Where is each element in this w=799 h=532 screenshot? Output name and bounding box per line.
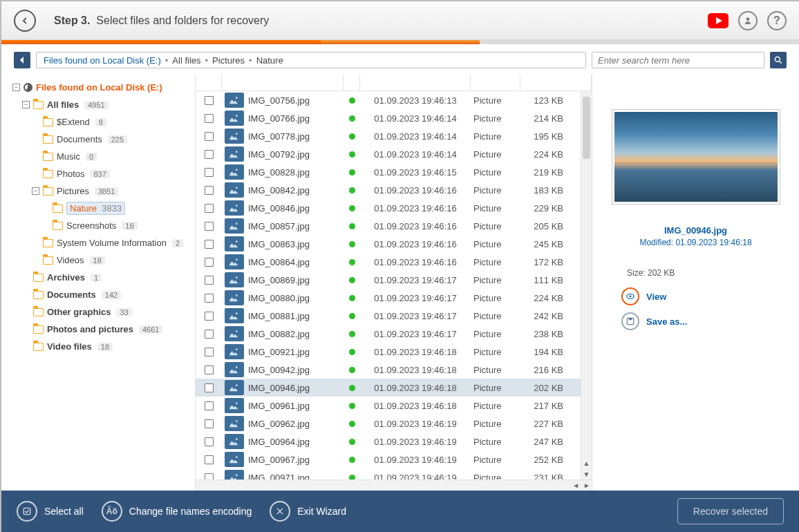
row-checkbox[interactable]	[205, 401, 214, 410]
tree-item[interactable]: Videos18	[32, 251, 191, 269]
row-checkbox[interactable]	[205, 365, 214, 374]
row-checkbox[interactable]	[205, 437, 214, 446]
file-row[interactable]: IMG_00881.jpg01.09.2023 19:46:17Picture2…	[196, 307, 592, 325]
status-dot-icon	[349, 331, 355, 337]
scroll-up-icon[interactable]: ▲	[581, 457, 592, 468]
horizontal-scrollbar[interactable]: ◄►	[196, 479, 592, 491]
row-checkbox[interactable]	[205, 240, 214, 249]
crumb-1[interactable]: All files	[172, 55, 200, 66]
image-icon	[225, 452, 244, 467]
file-row[interactable]: IMG_00863.jpg01.09.2023 19:46:16Picture2…	[196, 235, 592, 253]
row-checkbox[interactable]	[205, 114, 214, 123]
row-checkbox[interactable]	[205, 150, 214, 159]
tree-item[interactable]: Screenshots18	[41, 217, 191, 234]
row-checkbox[interactable]	[205, 383, 214, 392]
crumb-2[interactable]: Pictures	[212, 55, 245, 66]
file-row[interactable]: IMG_00869.jpg01.09.2023 19:46:17Picture1…	[196, 271, 592, 289]
file-row[interactable]: IMG_00921.jpg01.09.2023 19:46:18Picture1…	[196, 343, 592, 361]
expander-icon[interactable]: −	[32, 187, 39, 195]
tree-root[interactable]: − Files found on Local Disk (E:)	[12, 79, 191, 96]
file-row[interactable]: IMG_00942.jpg01.09.2023 19:46:18Picture2…	[196, 361, 592, 379]
row-checkbox[interactable]	[205, 419, 214, 428]
file-row[interactable]: IMG_00864.jpg01.09.2023 19:46:16Picture1…	[196, 253, 592, 271]
tree-item[interactable]: $Extend8	[32, 113, 191, 131]
tree-item[interactable]: Documents225	[32, 131, 191, 148]
scroll-right-icon[interactable]: ►	[583, 482, 590, 489]
row-checkbox[interactable]	[205, 348, 214, 357]
file-row[interactable]: IMG_00828.jpg01.09.2023 19:46:15Picture2…	[196, 163, 592, 181]
file-row[interactable]: IMG_00766.jpg01.09.2023 19:46:14Picture2…	[196, 109, 592, 127]
search-input[interactable]	[592, 52, 764, 68]
tree-item[interactable]: Other graphics33	[22, 303, 191, 321]
file-row[interactable]: IMG_00846.jpg01.09.2023 19:46:16Picture2…	[196, 199, 592, 217]
file-date: 01.09.2023 19:46:13	[360, 95, 471, 106]
file-row[interactable]: IMG_00962.jpg01.09.2023 19:46:19Picture2…	[196, 415, 592, 433]
tree-count: 3851	[95, 187, 118, 196]
search-button[interactable]	[770, 52, 787, 68]
file-row[interactable]: IMG_00792.jpg01.09.2023 19:46:14Picture2…	[196, 145, 592, 163]
select-all-button[interactable]: Select all	[17, 501, 84, 522]
file-row[interactable]: IMG_00961.jpg01.09.2023 19:46:18Picture2…	[196, 397, 592, 415]
change-encoding-button[interactable]: Ăö Change file names encoding	[102, 501, 252, 522]
row-checkbox[interactable]	[205, 186, 214, 195]
tree-item[interactable]: Nature 3833	[41, 200, 191, 217]
vertical-scrollbar[interactable]: ▲ ▼	[581, 91, 592, 479]
folder-icon	[53, 205, 63, 213]
account-button[interactable]	[738, 11, 758, 30]
expander-icon[interactable]: −	[12, 84, 20, 91]
file-date: 01.09.2023 19:46:19	[360, 437, 471, 447]
scroll-down-icon[interactable]: ▼	[581, 468, 592, 479]
tree-item[interactable]: Documents142	[22, 286, 191, 303]
row-checkbox[interactable]	[205, 294, 214, 303]
file-row[interactable]: IMG_00967.jpg01.09.2023 19:46:19Picture2…	[196, 450, 592, 468]
file-list-header[interactable]	[196, 75, 592, 91]
tree-allfiles[interactable]: − All files 4951	[22, 96, 191, 113]
tree-item[interactable]: System Volume Information2	[32, 234, 191, 251]
row-checkbox[interactable]	[205, 258, 214, 267]
save-as-button[interactable]: Save as...	[621, 312, 687, 330]
tree-item[interactable]: Photos and pictures4661	[22, 321, 191, 338]
row-checkbox[interactable]	[205, 168, 214, 177]
tree-item[interactable]: Archives1	[22, 269, 191, 286]
preview-thumbnail[interactable]	[612, 109, 780, 205]
row-checkbox[interactable]	[205, 330, 214, 339]
tree-label: Documents	[57, 134, 102, 144]
crumb-3[interactable]: Nature	[256, 55, 283, 66]
view-button[interactable]: View	[621, 287, 687, 305]
help-button[interactable]: ?	[767, 11, 787, 30]
row-checkbox[interactable]	[205, 455, 214, 464]
exit-wizard-button[interactable]: Exit Wizard	[270, 501, 346, 522]
tree-item[interactable]: −Pictures3851	[32, 182, 191, 200]
scroll-left-icon[interactable]: ◄	[572, 482, 579, 489]
youtube-icon[interactable]	[708, 13, 728, 28]
crumb-0[interactable]: Files found on Local Disk (E:)	[44, 55, 161, 66]
back-button[interactable]	[14, 10, 36, 32]
file-row[interactable]: IMG_00964.jpg01.09.2023 19:46:19Picture2…	[196, 433, 592, 450]
breadcrumb[interactable]: Files found on Local Disk (E:) • All fil…	[36, 52, 586, 68]
file-row[interactable]: IMG_00882.jpg01.09.2023 19:46:17Picture2…	[196, 325, 592, 343]
file-row[interactable]: IMG_00857.jpg01.09.2023 19:46:16Picture2…	[196, 217, 592, 235]
row-checkbox[interactable]	[205, 276, 214, 285]
file-row[interactable]: IMG_00778.jpg01.09.2023 19:46:14Picture1…	[196, 127, 592, 145]
folder-tree[interactable]: − Files found on Local Disk (E:) − All f…	[1, 75, 195, 491]
row-checkbox[interactable]	[205, 96, 214, 105]
row-checkbox[interactable]	[205, 222, 214, 231]
file-row[interactable]: IMG_00971.jpg01.09.2023 19:46:19Picture2…	[196, 468, 592, 479]
row-checkbox[interactable]	[205, 312, 214, 321]
file-row[interactable]: IMG_00880.jpg01.09.2023 19:46:17Picture2…	[196, 289, 592, 307]
recover-selected-button[interactable]: Recover selected	[677, 498, 784, 524]
file-row[interactable]: IMG_00756.jpg01.09.2023 19:46:13Picture1…	[196, 91, 592, 109]
file-row[interactable]: IMG_00842.jpg01.09.2023 19:46:16Picture1…	[196, 181, 592, 199]
tree-item[interactable]: Video files18	[22, 338, 191, 355]
row-checkbox[interactable]	[205, 132, 214, 141]
expander-icon[interactable]: −	[22, 101, 30, 108]
tree-item[interactable]: Photos837	[32, 165, 191, 182]
file-type: Picture	[471, 473, 520, 480]
crumb-back-button[interactable]	[14, 52, 30, 68]
scroll-thumb[interactable]	[583, 97, 590, 159]
row-checkbox[interactable]	[205, 204, 214, 213]
file-row[interactable]: IMG_00946.jpg01.09.2023 19:46:18Picture2…	[196, 379, 592, 397]
row-checkbox[interactable]	[205, 473, 214, 480]
tree-count: 4661	[139, 325, 162, 334]
tree-item[interactable]: Music0	[32, 148, 191, 165]
